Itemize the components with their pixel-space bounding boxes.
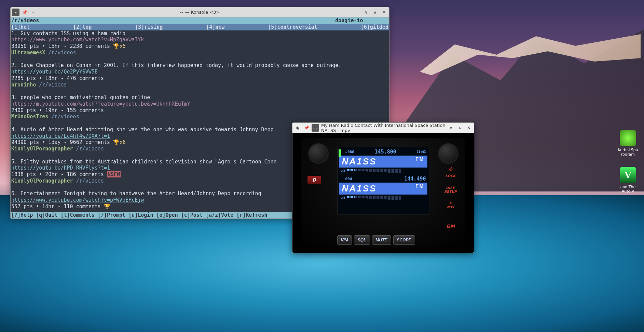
sort-tab-rising[interactable]: [3]rising xyxy=(135,24,163,30)
freq-row-2: 004144.490 xyxy=(339,176,427,182)
post-title-line: 1. Guy contacts ISS using a ham radio xyxy=(11,30,389,37)
mpv-app-icon: ◉ xyxy=(294,124,301,132)
callsign-1: NA1SSFM xyxy=(339,156,427,168)
sort-tabs: [1]hot[2]top[3]rising[4]new[5]controvers… xyxy=(11,24,389,30)
disp-label: DISP SETUP xyxy=(442,186,459,194)
callsign-2: NA1SSFM xyxy=(339,183,427,195)
mpv-window-title: My Ham Radio Contact With International … xyxy=(321,123,447,133)
lock-label: LOCK xyxy=(442,174,459,178)
gm-label: GM xyxy=(442,224,459,229)
power-icon: ⏻ xyxy=(442,167,459,171)
post-meta: 33950 pts • 15hr - 2238 comments 🏆x5 xyxy=(11,43,389,50)
post-title-line: 2. Dave Chappelle on Conan in 2001. If t… xyxy=(11,62,389,69)
vol-bar-2: VOL xyxy=(339,195,427,201)
menu-icon[interactable]: ▸ xyxy=(12,9,19,16)
sort-tab-new[interactable]: [4]new xyxy=(206,24,224,30)
desktop-icons: Kerbal Spa rogram V and The Auto V xyxy=(616,130,640,194)
radio-button-sql: SQL xyxy=(354,235,370,245)
minimize-icon[interactable]: ∨ xyxy=(362,9,370,16)
post-meta: 2400 pts • 19hr - 155 comments xyxy=(11,107,389,114)
close-icon[interactable]: ✕ xyxy=(380,9,388,16)
mpv-window: ◉ 📌 ︿ My Ham Radio Contact With Internat… xyxy=(292,122,474,253)
header-bar: /r/videos dougie-io xyxy=(11,17,389,24)
minimize-icon[interactable]: ∨ xyxy=(447,124,455,132)
signal-bar xyxy=(339,149,341,157)
shade-icon[interactable]: ︿ xyxy=(30,9,37,16)
desktop-icon-kerbal[interactable]: Kerbal Spa rogram xyxy=(616,130,640,157)
close-icon[interactable]: ✕ xyxy=(465,124,472,132)
sort-tab-controversial[interactable]: [5]controversial xyxy=(268,24,317,30)
radio-button-scope: SCOPE xyxy=(393,235,415,245)
logged-user: dougie-io xyxy=(335,17,363,24)
desktop-icon-gtav[interactable]: V and The Auto V xyxy=(616,167,640,194)
post-url[interactable]: https://youtu.be/Qe2PyYSVW5E xyxy=(11,69,389,75)
post-author-line: UltramemesX /r/videos xyxy=(11,50,389,56)
post-meta: 2285 pts • 18hr - 476 comments xyxy=(11,75,389,82)
shade-icon[interactable]: ︿ xyxy=(312,124,319,132)
post-url[interactable]: https://www.youtube.com/watch?v=MpZqaVwa… xyxy=(11,37,389,43)
window-title: ~ — Konsole <3> xyxy=(37,10,362,15)
sort-tab-top[interactable]: [2]top xyxy=(73,24,92,30)
kerbal-icon xyxy=(620,130,636,146)
subreddit-path: /r/videos xyxy=(11,17,39,24)
pin-icon[interactable]: 📌 xyxy=(303,124,310,132)
ham-radio-device: D ⏻ LOCK DISP SETUP F MW GM ▸086145.8002… xyxy=(301,138,465,248)
sort-tab-hot[interactable]: [1]hot xyxy=(11,24,30,30)
knob-top-right xyxy=(438,143,458,164)
post-title-line: 3. people who post motivational quotes o… xyxy=(11,94,389,101)
post-author-line: broninho /r/videos xyxy=(11,82,389,88)
radio-buttons: V/MSQLMUTESCOPE xyxy=(337,235,415,245)
maximize-icon[interactable]: ∧ xyxy=(456,124,464,132)
maximize-icon[interactable]: ∧ xyxy=(371,9,379,16)
post-author-line: MrUnoDosTres /r/videos xyxy=(11,114,389,120)
konsole-titlebar[interactable]: ▸ 📌 ︿ ~ — Konsole <3> ∨ ∧ ✕ xyxy=(11,7,389,17)
gtav-icon: V xyxy=(620,167,636,183)
post-url[interactable]: https://m.youtube.com/watch?feature=yout… xyxy=(11,101,389,107)
mpv-titlebar[interactable]: ◉ 📌 ︿ My Ham Radio Contact With Internat… xyxy=(292,123,474,133)
radio-button-v-m: V/M xyxy=(337,235,352,245)
sort-tab-gilded[interactable]: [6]gilded xyxy=(361,24,388,30)
freq-row-1: ▸086145.80021:03 xyxy=(339,149,427,155)
icon-label: and The Auto V xyxy=(616,185,640,194)
pin-icon[interactable]: 📌 xyxy=(21,9,28,16)
knob-top-left xyxy=(308,143,329,164)
f-label: F MW xyxy=(442,201,459,209)
d-button: D xyxy=(307,176,321,184)
vol-bar-1: VOL xyxy=(339,168,427,174)
radio-screen: ▸086145.80021:03 NA1SSFM VOL 004144.490 … xyxy=(337,147,429,215)
video-area[interactable]: D ⏻ LOCK DISP SETUP F MW GM ▸086145.8002… xyxy=(292,133,474,253)
icon-label: Kerbal Spa rogram xyxy=(616,148,640,157)
radio-button-mute: MUTE xyxy=(372,235,391,245)
